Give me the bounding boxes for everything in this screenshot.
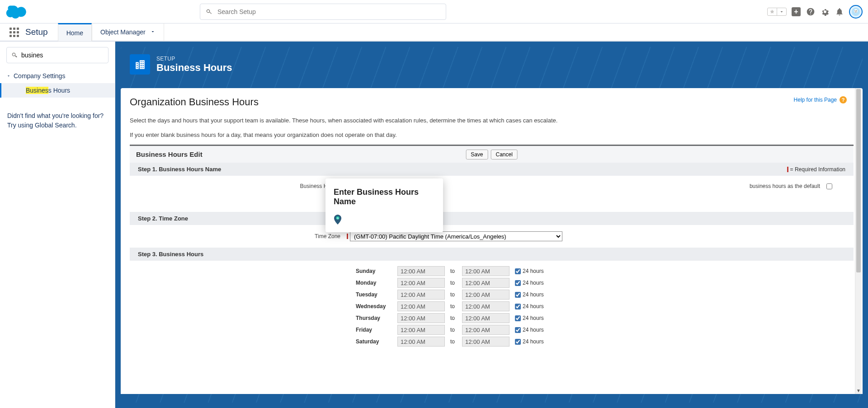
popover-title: Enter Business Hours Name xyxy=(334,188,435,206)
chevron-down-icon xyxy=(779,9,784,14)
page-header: SETUP Business Hours xyxy=(121,47,863,88)
tree-item-label-rest: s Hours xyxy=(48,87,70,94)
to-label: to xyxy=(450,268,457,274)
timezone-select[interactable]: (GMT-07:00) Pacific Daylight Time (Ameri… xyxy=(350,231,562,241)
quick-find[interactable] xyxy=(6,47,108,63)
24-hours-checkbox[interactable] xyxy=(515,268,521,274)
global-header: + xyxy=(0,0,868,23)
from-time-input[interactable] xyxy=(397,290,445,300)
scroll-down-arrow[interactable]: ▼ xyxy=(855,387,862,394)
scroll-thumb[interactable] xyxy=(856,89,861,272)
help-for-page-link[interactable]: Help for this Page ? xyxy=(794,96,847,103)
from-time-input[interactable] xyxy=(397,325,445,335)
hours-row: Fridayto 24 hours xyxy=(356,324,854,336)
context-bar: Setup Home Object Manager xyxy=(0,23,868,42)
scrollbar[interactable]: ▲ ▼ xyxy=(855,88,862,394)
hours-row: Saturdayto 24 hours xyxy=(356,336,854,347)
24-hours-label[interactable]: 24 hours xyxy=(515,303,544,310)
salesforce-logo xyxy=(5,4,30,20)
svg-point-3 xyxy=(856,10,857,11)
hours-row: Tuesdayto 24 hours xyxy=(356,289,854,300)
svg-point-1 xyxy=(854,9,858,13)
to-time-input[interactable] xyxy=(462,301,509,311)
bell-icon xyxy=(835,7,844,16)
global-create-button[interactable]: + xyxy=(791,7,801,17)
required-info-text: = Required Information xyxy=(790,166,845,173)
quick-find-input[interactable] xyxy=(21,52,104,59)
24-hours-checkbox[interactable] xyxy=(515,339,521,345)
to-label: to xyxy=(450,303,457,310)
24-hours-checkbox[interactable] xyxy=(515,280,521,286)
to-time-input[interactable] xyxy=(462,278,509,288)
settings-button[interactable] xyxy=(820,7,830,17)
required-mark-icon xyxy=(787,167,788,172)
tab-object-manager[interactable]: Object Manager xyxy=(92,23,164,41)
svg-text:G: G xyxy=(337,217,339,220)
description-1: Select the days and hours that your supp… xyxy=(130,116,854,125)
24-hours-checkbox[interactable] xyxy=(515,315,521,321)
content-card: ▲ ▼ Help for this Page ? Organization Bu… xyxy=(121,88,863,394)
hours-row: Mondayto 24 hours xyxy=(356,277,854,289)
notifications-button[interactable] xyxy=(835,7,844,17)
day-label: Tuesday xyxy=(356,291,392,298)
to-label: to xyxy=(450,280,457,286)
hours-row: Sundayto 24 hours xyxy=(356,265,854,277)
global-search-input[interactable] xyxy=(217,8,440,15)
24-hours-label[interactable]: 24 hours xyxy=(515,280,544,286)
help-link-label: Help for this Page xyxy=(794,97,837,103)
search-highlight: Busines xyxy=(26,87,48,94)
app-launcher-button[interactable] xyxy=(5,23,23,41)
page-title: Business Hours xyxy=(156,62,232,74)
default-checkbox[interactable] xyxy=(826,183,832,189)
24-hours-checkbox[interactable] xyxy=(515,327,521,333)
tree-section-label: Company Settings xyxy=(14,72,65,80)
setup-sidebar: Company Settings Business Hours Didn't f… xyxy=(0,42,115,408)
24-hours-checkbox[interactable] xyxy=(515,304,521,310)
24-hours-label[interactable]: 24 hours xyxy=(515,268,544,274)
user-avatar[interactable] xyxy=(849,5,863,19)
24-hours-label[interactable]: 24 hours xyxy=(515,291,544,298)
cancel-button[interactable]: Cancel xyxy=(491,150,518,159)
hours-table: Sundayto 24 hoursMondayto 24 hoursTuesda… xyxy=(356,261,854,347)
hours-row: Wednesdayto 24 hours xyxy=(356,300,854,312)
tree-company-settings[interactable]: Company Settings xyxy=(0,69,115,83)
to-time-input[interactable] xyxy=(462,266,509,276)
hours-row: Thursdayto 24 hours xyxy=(356,312,854,324)
from-time-input[interactable] xyxy=(397,278,445,288)
to-time-input[interactable] xyxy=(462,290,509,300)
avatar-icon xyxy=(851,7,860,16)
required-info-legend: = Required Information xyxy=(787,166,845,173)
save-button[interactable]: Save xyxy=(466,150,488,159)
favorites-toggle[interactable] xyxy=(767,8,787,16)
from-time-input[interactable] xyxy=(397,313,445,323)
chevron-down-icon xyxy=(150,28,156,36)
24-hours-label[interactable]: 24 hours xyxy=(515,327,544,333)
required-mark-icon xyxy=(347,234,348,239)
to-time-input[interactable] xyxy=(462,337,509,347)
to-time-input[interactable] xyxy=(462,325,509,335)
day-label: Monday xyxy=(356,280,392,286)
tab-home-label: Home xyxy=(66,29,83,37)
plus-icon: + xyxy=(792,7,801,16)
edit-bar: Business Hours Edit Save Cancel xyxy=(130,145,854,163)
to-time-input[interactable] xyxy=(462,313,509,323)
hint-popover: Enter Business Hours Name G xyxy=(326,178,443,232)
help-button[interactable] xyxy=(806,7,816,17)
timezone-label: Time Zone xyxy=(130,231,347,241)
from-time-input[interactable] xyxy=(397,266,445,276)
24-hours-label[interactable]: 24 hours xyxy=(515,315,544,321)
global-search[interactable] xyxy=(200,4,446,20)
24-hours-label[interactable]: 24 hours xyxy=(515,338,544,345)
tree-business-hours[interactable]: Business Hours xyxy=(0,83,115,98)
tab-object-manager-label: Object Manager xyxy=(100,28,146,36)
sidebar-empty-message: Didn't find what you're looking for? Try… xyxy=(0,98,115,130)
step2-header: Step 2. Time Zone xyxy=(130,212,854,225)
day-label: Saturday xyxy=(356,338,392,345)
24-hours-checkbox[interactable] xyxy=(515,292,521,298)
from-time-input[interactable] xyxy=(397,337,445,347)
default-label: business hours as the default xyxy=(438,181,826,191)
business-hours-icon xyxy=(130,54,150,75)
to-label: to xyxy=(450,327,457,333)
tab-home[interactable]: Home xyxy=(58,23,92,41)
from-time-input[interactable] xyxy=(397,301,445,311)
